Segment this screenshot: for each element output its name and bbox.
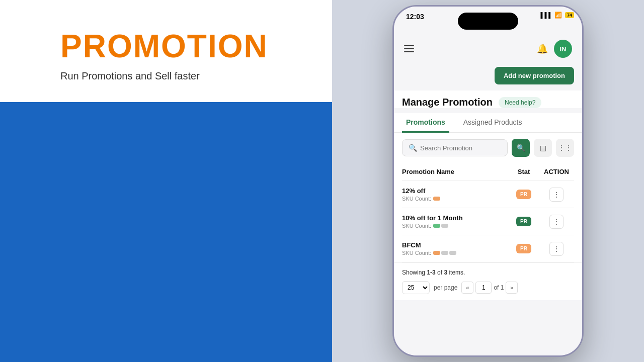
action-btn: ⋮ bbox=[539, 188, 574, 202]
hamburger-line-1 bbox=[404, 45, 414, 46]
promotion-subtitle: Run Promotions and Sell faster bbox=[60, 70, 292, 82]
table-row: BFCM SKU Count: PR bbox=[402, 235, 574, 262]
sku-dot bbox=[433, 224, 440, 228]
left-panel: PROMOTION Run Promotions and Sell faster bbox=[0, 0, 332, 362]
tabs-row: Promotions Assigned Products bbox=[394, 113, 582, 133]
bell-icon[interactable]: 🔔 bbox=[537, 43, 548, 54]
status-icons: ▌▌▌ 📶 74 bbox=[541, 12, 574, 19]
table-row: 10% off for 1 Month SKU Count: PR bbox=[402, 208, 574, 235]
search-row: 🔍 🔍 ▤ ⋮⋮ bbox=[394, 133, 582, 163]
need-help-badge[interactable]: Need help? bbox=[499, 97, 541, 108]
app-content: 🔔 IN Add new promotion Manage Promotion … bbox=[394, 35, 582, 355]
user-avatar[interactable]: IN bbox=[554, 40, 572, 58]
pagination-area: Showing 1-3 of 3 items. 25 50 100 per pa… bbox=[394, 262, 582, 300]
tab-promotions[interactable]: Promotions bbox=[402, 113, 449, 133]
right-panel: 12:03 ▌▌▌ 📶 74 🔔 IN bbox=[332, 0, 644, 362]
per-page-select[interactable]: 25 50 100 bbox=[402, 281, 430, 294]
sku-dot bbox=[433, 251, 440, 255]
hamburger-line-2 bbox=[404, 48, 414, 49]
table-area: Promotion Name Stat ACTION 12% off SKU C… bbox=[394, 163, 582, 262]
three-dots-button[interactable]: ⋮ bbox=[549, 242, 564, 256]
three-dots-button[interactable]: ⋮ bbox=[549, 215, 564, 229]
three-dots-button[interactable]: ⋮ bbox=[549, 188, 564, 202]
add-btn-row: Add new promotion bbox=[394, 63, 582, 90]
page-first-button[interactable]: « bbox=[461, 282, 473, 294]
promotion-title: PROMOTION bbox=[60, 30, 292, 62]
showing-text: Showing 1-3 of 3 items. bbox=[402, 269, 574, 276]
wifi-icon: 📶 bbox=[554, 12, 562, 19]
pr-badge: PR bbox=[516, 217, 531, 226]
columns-button[interactable]: ⋮⋮ bbox=[556, 139, 574, 157]
search-box: 🔍 bbox=[402, 139, 508, 156]
row-sku: SKU Count: bbox=[402, 223, 509, 229]
header-right: 🔔 IN bbox=[537, 40, 572, 58]
page-last-button[interactable]: » bbox=[506, 282, 518, 294]
app-header: 🔔 IN bbox=[394, 35, 582, 63]
col-header-action: ACTION bbox=[539, 168, 574, 175]
left-bottom-blue bbox=[0, 102, 332, 362]
row-sku: SKU Count: bbox=[402, 250, 509, 256]
per-page-label: per page bbox=[434, 284, 457, 291]
search-box-icon: 🔍 bbox=[409, 144, 417, 152]
row-name: BFCM bbox=[402, 241, 509, 249]
col-header-status: Stat bbox=[509, 168, 539, 175]
menu-button[interactable] bbox=[404, 45, 414, 52]
action-btn: ⋮ bbox=[539, 242, 574, 256]
left-top: PROMOTION Run Promotions and Sell faster bbox=[0, 0, 332, 102]
add-new-promotion-button[interactable]: Add new promotion bbox=[495, 67, 574, 84]
row-sku: SKU Count: bbox=[402, 196, 509, 202]
col-header-name: Promotion Name bbox=[402, 168, 509, 175]
row-info: 10% off for 1 Month SKU Count: bbox=[402, 214, 509, 229]
page-input[interactable] bbox=[475, 282, 492, 294]
table-header: Promotion Name Stat ACTION bbox=[402, 163, 574, 181]
sku-dots bbox=[433, 251, 456, 255]
status-badge: PR bbox=[509, 244, 539, 253]
dynamic-island bbox=[458, 13, 518, 30]
pr-badge: PR bbox=[516, 244, 531, 253]
page-nav: « of 1 » bbox=[461, 282, 518, 294]
manage-row: Manage Promotion Need help? bbox=[394, 90, 582, 108]
hamburger-line-3 bbox=[404, 51, 414, 52]
tab-assigned-products[interactable]: Assigned Products bbox=[459, 113, 526, 133]
pr-badge: PR bbox=[516, 190, 531, 199]
page-of: of 1 bbox=[494, 284, 504, 291]
pagination-controls: 25 50 100 per page « of 1 » bbox=[402, 281, 574, 294]
search-input[interactable] bbox=[420, 144, 501, 152]
battery-badge: 74 bbox=[565, 12, 574, 18]
sku-dot bbox=[441, 224, 448, 228]
status-badge: PR bbox=[509, 217, 539, 226]
status-time: 12:03 bbox=[406, 12, 424, 22]
row-name: 12% off bbox=[402, 187, 509, 195]
status-badge: PR bbox=[509, 190, 539, 199]
sku-dot bbox=[441, 251, 448, 255]
phone-frame: 12:03 ▌▌▌ 📶 74 🔔 IN bbox=[392, 5, 584, 357]
filter-button[interactable]: ▤ bbox=[534, 139, 552, 157]
sku-dots bbox=[433, 197, 440, 201]
sku-dot bbox=[449, 251, 456, 255]
signal-icon: ▌▌▌ bbox=[541, 12, 552, 18]
search-button[interactable]: 🔍 bbox=[512, 139, 530, 157]
action-btn: ⋮ bbox=[539, 215, 574, 229]
row-info: 12% off SKU Count: bbox=[402, 187, 509, 202]
sku-dots bbox=[433, 224, 448, 228]
row-info: BFCM SKU Count: bbox=[402, 241, 509, 256]
manage-promotion-title: Manage Promotion bbox=[402, 97, 493, 108]
table-row: 12% off SKU Count: PR ⋮ bbox=[402, 181, 574, 208]
sku-dot bbox=[433, 197, 440, 201]
row-name: 10% off for 1 Month bbox=[402, 214, 509, 222]
